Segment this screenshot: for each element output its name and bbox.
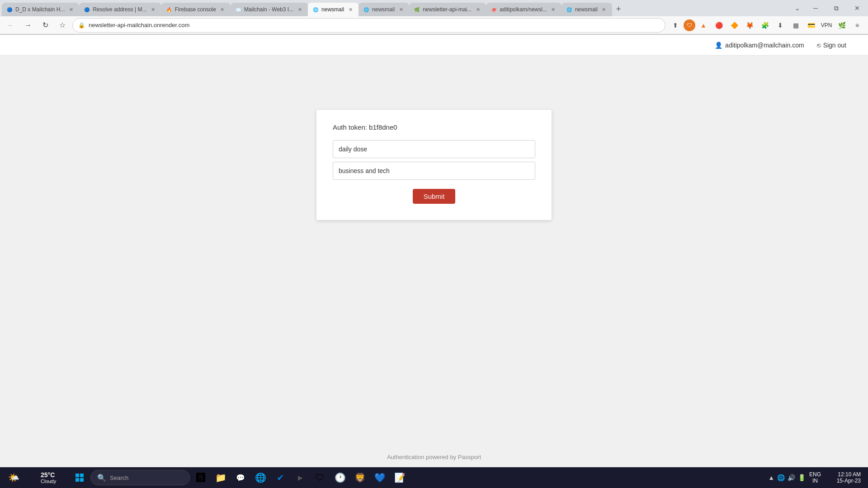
- network-icon[interactable]: 🌐: [777, 474, 785, 481]
- tab-controls: ⌄ ─ ⧉ ✕: [791, 2, 866, 14]
- new-tab-button[interactable]: +: [612, 3, 625, 15]
- tab-2-label: Resolve address | M...: [93, 6, 146, 13]
- taskbar-weather-text: 25°C Cloudy: [37, 471, 69, 484]
- tab-1-close[interactable]: ✕: [67, 6, 75, 13]
- tab-3-close[interactable]: ✕: [219, 6, 226, 13]
- close-button[interactable]: ✕: [848, 2, 866, 14]
- taskbar-search-bar[interactable]: 🔍 Search: [90, 470, 190, 485]
- url-input[interactable]: [89, 22, 660, 28]
- tab-3[interactable]: 🔥 Firebase console ✕: [161, 3, 231, 16]
- tab-7-close[interactable]: ✕: [474, 6, 481, 13]
- vscode-icon[interactable]: 💙: [371, 469, 389, 487]
- weather-condition: Cloudy: [41, 479, 56, 484]
- tab-2-close[interactable]: ✕: [150, 6, 157, 13]
- sidebar-icon[interactable]: ▦: [788, 18, 803, 33]
- tab-5-favicon: 🌐: [312, 6, 319, 13]
- sign-out-button[interactable]: ⎋ Sign out: [813, 40, 850, 51]
- tab-4[interactable]: ✉️ Mailchain - Web3 I... ✕: [231, 3, 308, 16]
- taskbar: 🌤️ 25°C Cloudy 🔍 Search 🅱 📁 💬 🌐 ✔ ▶ 🛡 🕐 …: [0, 467, 868, 488]
- tab-scroll-down[interactable]: ⌄: [791, 2, 804, 14]
- wallet-icon[interactable]: 💳: [804, 18, 818, 33]
- minimize-button[interactable]: ─: [807, 2, 825, 14]
- brave-rewards-icon[interactable]: ▲: [696, 18, 711, 33]
- tab-6[interactable]: 🌐 newsmail ✕: [359, 3, 409, 16]
- submit-button[interactable]: Submit: [413, 189, 456, 204]
- edge-icon[interactable]: 🌐: [251, 469, 269, 487]
- svg-rect-0: [75, 474, 79, 477]
- tab-7-favicon: 🌿: [414, 6, 420, 13]
- cortana-icon[interactable]: 🅱: [192, 469, 210, 487]
- tab-6-label: newsmail: [372, 6, 395, 13]
- tab-7[interactable]: 🌿 newsletter-api-mai... ✕: [409, 3, 486, 16]
- lock-icon: 🔒: [78, 22, 85, 28]
- weather-icon: 🌤️: [7, 471, 20, 484]
- taskbar-right: ▲ 🌐 🔊 🔋 ENGIN 12:10 AM 15-Apr-23: [768, 471, 864, 484]
- address-bar[interactable]: 🔒: [72, 18, 665, 33]
- tab-bar: 🔵 D_D x Mailchain H... ✕ 🔵 Resolve addre…: [0, 0, 868, 16]
- tab-5-close[interactable]: ✕: [347, 6, 354, 13]
- vpn-icon[interactable]: VPN: [819, 18, 834, 33]
- volume-icon[interactable]: 🔊: [788, 474, 795, 481]
- tab-9[interactable]: 🌐 newsmail ✕: [561, 3, 612, 16]
- extension-icon-1[interactable]: 🔴: [712, 18, 726, 33]
- battery-icon[interactable]: 🔋: [798, 474, 806, 481]
- toolbar-icons: ⬆ 🛡 ▲ 🔴 🔶 🦊 🧩 ⬇ ▦ 💳 VPN 🌿 ≡: [668, 18, 864, 33]
- taskbar-clock: 12:10 AM 15-Apr-23: [825, 471, 861, 484]
- notepad-icon[interactable]: 📝: [391, 469, 409, 487]
- tab-7-label: newsletter-api-mai...: [423, 6, 472, 13]
- tab-1-label: D_D x Mailchain H...: [15, 6, 65, 13]
- tab-8-label: aditipolkam/newsl...: [500, 6, 547, 13]
- back-button[interactable]: ←: [4, 18, 18, 33]
- user-email: aditipolkam@mailchain.com: [725, 42, 804, 49]
- field2-input[interactable]: [333, 162, 535, 180]
- bookmark-button[interactable]: ☆: [55, 18, 70, 33]
- profile-icon[interactable]: 🌿: [835, 18, 849, 33]
- clock-icon[interactable]: 🕐: [331, 469, 349, 487]
- taskbar-search-label: Search: [110, 474, 128, 481]
- auth-token-label: Auth token: b1f8dne0: [333, 123, 535, 131]
- sign-out-label: Sign out: [823, 42, 846, 49]
- form-card: Auth token: b1f8dne0 Submit: [316, 110, 552, 220]
- tab-9-close[interactable]: ✕: [600, 6, 608, 13]
- clock-date: 15-Apr-23: [837, 478, 861, 484]
- field1-input[interactable]: [333, 140, 535, 158]
- page-content: 👤 aditipolkam@mailchain.com ⎋ Sign out A…: [0, 35, 868, 468]
- terminal-icon[interactable]: ▶: [291, 469, 309, 487]
- svg-rect-2: [75, 478, 79, 482]
- brave-shield-icon[interactable]: 🛡: [684, 19, 695, 31]
- menu-icon[interactable]: ≡: [850, 18, 864, 33]
- sign-out-icon: ⎋: [817, 42, 821, 49]
- tab-6-favicon: 🌐: [363, 6, 369, 13]
- page-footer: Authentication powered by Passport: [0, 446, 868, 468]
- brave-icon[interactable]: 🦁: [351, 469, 369, 487]
- main-area: Auth token: b1f8dne0 Submit: [0, 56, 868, 446]
- tab-9-favicon: 🌐: [566, 6, 572, 13]
- tab-3-label: Firebase console: [175, 6, 216, 13]
- tab-1[interactable]: 🔵 D_D x Mailchain H... ✕: [2, 3, 79, 16]
- reload-button[interactable]: ↻: [38, 18, 52, 33]
- file-explorer-icon[interactable]: 📁: [212, 469, 230, 487]
- extension-icon-3[interactable]: 🦊: [742, 18, 757, 33]
- extensions-button[interactable]: 🧩: [758, 18, 772, 33]
- restore-button[interactable]: ⧉: [827, 2, 845, 14]
- tab-4-close[interactable]: ✕: [296, 6, 303, 13]
- svg-rect-3: [80, 478, 84, 482]
- tab-2[interactable]: 🔵 Resolve address | M... ✕: [79, 3, 161, 16]
- teams-icon[interactable]: 💬: [231, 469, 250, 487]
- extension-icon-2[interactable]: 🔶: [727, 18, 741, 33]
- share-icon[interactable]: ⬆: [668, 18, 683, 33]
- tab-5[interactable]: 🌐 newsmail ✕: [308, 3, 359, 16]
- tab-4-favicon: ✉️: [235, 6, 241, 13]
- header-bar: 👤 aditipolkam@mailchain.com ⎋ Sign out: [0, 35, 868, 56]
- footer-text: Authentication powered by Passport: [387, 454, 481, 460]
- tab-6-close[interactable]: ✕: [397, 6, 405, 13]
- system-tray-icons: ▲ 🌐 🔊 🔋: [768, 474, 806, 481]
- todo-icon[interactable]: ✔: [271, 469, 289, 487]
- shield-icon[interactable]: 🛡: [311, 469, 329, 487]
- chevron-up-icon[interactable]: ▲: [768, 474, 774, 481]
- download-icon[interactable]: ⬇: [773, 18, 788, 33]
- tab-8[interactable]: 🐙 aditipolkam/newsl... ✕: [486, 3, 561, 16]
- start-button[interactable]: [71, 469, 89, 487]
- tab-8-close[interactable]: ✕: [550, 6, 557, 13]
- forward-button[interactable]: →: [21, 18, 35, 33]
